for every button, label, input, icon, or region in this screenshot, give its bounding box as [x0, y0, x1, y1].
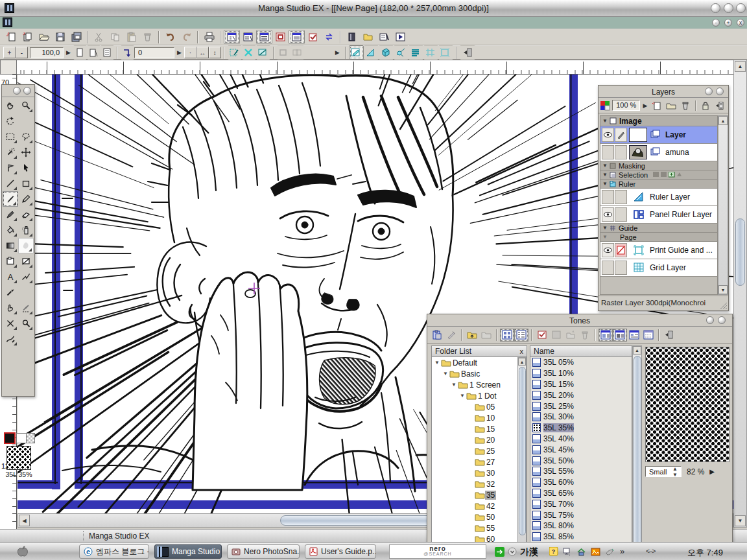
- ruler-zoom-tool[interactable]: [18, 316, 34, 331]
- object-selector-tool[interactable]: [18, 160, 34, 176]
- zoom-value-field[interactable]: 100,0: [30, 47, 64, 58]
- tray-overflow-chevron[interactable]: »: [620, 546, 624, 556]
- folder-list-header[interactable]: Folder List x: [431, 345, 527, 357]
- tray-help-icon[interactable]: ?: [549, 546, 559, 557]
- preview-size-select[interactable]: Small ▲▼: [645, 466, 682, 477]
- redo-button[interactable]: [178, 30, 195, 44]
- materials-button[interactable]: [344, 30, 360, 44]
- folder-tree-item[interactable]: ▼ 10: [432, 412, 527, 423]
- menu-item[interactable]: [27, 17, 39, 19]
- tone-list-item[interactable]: 35L 75%: [530, 509, 632, 520]
- replace-tone-button[interactable]: [444, 329, 458, 342]
- tone-list-item[interactable]: 35L 20%: [530, 390, 632, 401]
- menu-item[interactable]: [39, 17, 51, 19]
- folder-tree-item[interactable]: ▼ 50: [432, 511, 527, 522]
- story-palette-toggle[interactable]: [240, 30, 256, 44]
- tree-scroll-thumb[interactable]: [519, 367, 526, 535]
- custom-tools-button[interactable]: [376, 30, 392, 44]
- tone-check-button[interactable]: [535, 329, 549, 342]
- visibility-toggle[interactable]: [602, 261, 614, 275]
- tone-list-item[interactable]: 35L 60%: [530, 477, 632, 488]
- new-page-button[interactable]: [3, 30, 19, 44]
- doc-restore-button[interactable]: +: [724, 19, 732, 27]
- new-tone-folder-button[interactable]: [479, 329, 493, 342]
- cut-button[interactable]: [91, 30, 107, 44]
- tray-display-icon[interactable]: [562, 546, 572, 557]
- paste-button[interactable]: [123, 30, 139, 44]
- panel-maker-tool[interactable]: [3, 253, 18, 269]
- folder-list-close-icon[interactable]: x: [520, 347, 524, 355]
- navigator-palette-toggle[interactable]: [272, 30, 289, 44]
- folder-tree-scrollbar[interactable]: ▲: [517, 357, 527, 559]
- delete-layer-button[interactable]: [678, 99, 693, 112]
- folder-tree-item[interactable]: ▼ 05: [432, 401, 527, 412]
- tray-launch-icon[interactable]: [494, 546, 504, 557]
- tone-list-item[interactable]: 35L 10%: [530, 368, 632, 379]
- folder-tree-item[interactable]: ▼ 1 Dot: [432, 390, 527, 401]
- menu-item[interactable]: [97, 17, 109, 19]
- window-minimize-button[interactable]: [711, 3, 720, 13]
- folder-tree-item[interactable]: ▼ Basic: [432, 368, 527, 379]
- undo-button[interactable]: [162, 30, 178, 44]
- airbrush-tool[interactable]: [18, 222, 34, 238]
- vscroll-down-arrow[interactable]: ▼: [735, 515, 746, 526]
- tone-list-item[interactable]: 35L 55%: [530, 466, 632, 477]
- fit-window-button[interactable]: [73, 45, 87, 60]
- layer-row-print-guide[interactable]: Print Guide and ...: [600, 242, 717, 259]
- draw-toggle[interactable]: [615, 128, 627, 142]
- tone-list-item[interactable]: 35L 80%: [530, 520, 632, 531]
- expand-triangle-icon[interactable]: ▼: [434, 360, 440, 366]
- cross-ruler-tool[interactable]: [3, 316, 18, 331]
- layers-section-image[interactable]: ▼ Image: [600, 116, 717, 126]
- tone-scroll-up[interactable]: ▲: [633, 346, 641, 355]
- start-button-apple-icon[interactable]: [16, 545, 30, 558]
- tone-list-item[interactable]: 35L 15%: [530, 379, 632, 390]
- tone-list-item[interactable]: 35L 05%: [530, 357, 632, 368]
- tones-close-button[interactable]: [718, 316, 726, 324]
- new-tone-button[interactable]: [563, 329, 578, 342]
- layer-row-grid[interactable]: Grid Layer: [600, 259, 717, 277]
- tones-collapse-button[interactable]: [706, 316, 714, 324]
- rotate-value-field[interactable]: 0: [134, 47, 174, 58]
- tone-list-item[interactable]: 35L 45%: [530, 444, 632, 455]
- marquee-tool[interactable]: [3, 129, 18, 145]
- rotate-view-button[interactable]: [121, 45, 134, 60]
- draw-toggle[interactable]: [615, 190, 627, 204]
- print-size-button[interactable]: [101, 45, 114, 60]
- toolbar-menu-button[interactable]: [460, 45, 475, 60]
- flip-h-button[interactable]: ↔: [196, 47, 209, 58]
- expand-triangle-icon[interactable]: ▼: [460, 393, 465, 399]
- save-button[interactable]: [52, 30, 68, 44]
- eyedropper-tool[interactable]: [3, 285, 18, 300]
- open-folder-button[interactable]: [360, 30, 376, 44]
- menu-item[interactable]: [109, 17, 121, 19]
- delete-tone-button[interactable]: [578, 329, 592, 342]
- tools-palette-collapse-button[interactable]: [13, 87, 21, 95]
- layer-row-amuna[interactable]: amuna: [600, 144, 717, 161]
- open-button[interactable]: [36, 30, 52, 44]
- tone-scroll-thumb[interactable]: [634, 356, 641, 550]
- no-print-toggle[interactable]: [615, 243, 627, 257]
- layers-scrollbar[interactable]: ▲ ▼: [718, 115, 728, 295]
- folder-tree-item[interactable]: ▼ 35: [432, 489, 527, 500]
- actual-size-button[interactable]: [87, 45, 101, 60]
- grid-button[interactable]: [438, 45, 453, 60]
- menu-item[interactable]: [121, 17, 132, 19]
- visibility-toggle[interactable]: [602, 207, 614, 222]
- pencil-tool[interactable]: [18, 191, 34, 207]
- layers-collapse-button[interactable]: [705, 88, 713, 95]
- tray-home-icon[interactable]: [576, 546, 586, 557]
- view-detail-button[interactable]: [627, 329, 641, 342]
- menu-item[interactable]: [62, 17, 74, 19]
- vscroll-thumb[interactable]: [735, 218, 745, 286]
- window-titlebar[interactable]: Manga Studio EX - [[New Page] (182,00 * …: [0, 0, 747, 17]
- selection-launcher-tool[interactable]: [3, 160, 18, 176]
- doc-close-button[interactable]: x: [737, 19, 744, 27]
- rotate-canvas-tool[interactable]: [3, 113, 18, 129]
- folder-tree-item[interactable]: ▼ 15: [432, 423, 527, 434]
- tone-list-item[interactable]: 35L 40%: [530, 434, 632, 445]
- zoom-tool[interactable]: [18, 98, 34, 113]
- lock-layer-button[interactable]: [699, 99, 713, 112]
- layers-menu-button[interactable]: [713, 99, 727, 112]
- layers-close-button[interactable]: [716, 88, 724, 95]
